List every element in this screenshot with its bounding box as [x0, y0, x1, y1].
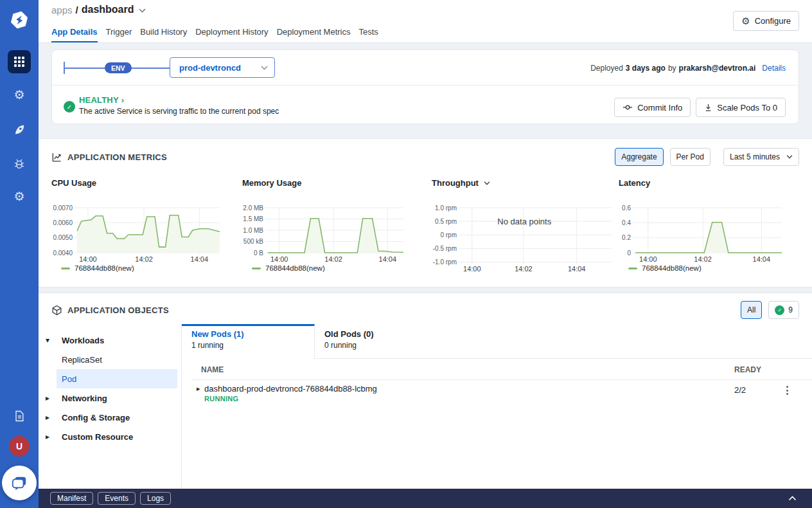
sidebar: ⚙ ⚙ U — [0, 0, 39, 508]
chevron-down-icon[interactable] — [484, 181, 490, 185]
svg-text:0.4: 0.4 — [622, 219, 631, 226]
commit-info-button[interactable]: Commit Info — [614, 98, 691, 117]
chart-legend: 768844db88(new) — [252, 264, 325, 272]
aggregate-button[interactable]: Aggregate — [615, 148, 663, 166]
breadcrumb-separator: / — [76, 5, 78, 15]
svg-text:0 B: 0 B — [254, 249, 263, 257]
application-objects-panel: APPLICATION OBJECTS All ✓ 9 ▾ Workloads … — [39, 293, 812, 489]
breadcrumb[interactable]: apps / dashboard — [51, 4, 146, 15]
rocket-icon[interactable] — [0, 123, 39, 140]
tree-item-pod[interactable]: Pod — [57, 369, 177, 388]
manifest-button[interactable]: Manifest — [50, 492, 93, 505]
deployed-label: Deployed — [590, 64, 623, 73]
caret-right-icon[interactable]: ▸ — [46, 394, 54, 403]
settings-gear-icon[interactable]: ⚙ — [0, 190, 39, 203]
environment-value: prod-devtroncd — [179, 63, 241, 73]
user-initial: U — [16, 441, 22, 451]
tab-tests[interactable]: Tests — [359, 27, 378, 42]
healthy-check-icon: ✓ — [64, 101, 75, 113]
documentation-icon[interactable] — [0, 410, 39, 425]
tab-deployment-metrics[interactable]: Deployment Metrics — [277, 27, 351, 42]
env-badge: ENV — [105, 62, 132, 73]
health-status[interactable]: HEALTHY› — [79, 95, 279, 105]
tree-item-custom-resource[interactable]: ▸ Custom Resource — [39, 427, 181, 446]
svg-text:14:02: 14:02 — [135, 255, 153, 263]
svg-text:14:04: 14:04 — [379, 255, 397, 263]
expand-caret-icon[interactable]: ▸ — [197, 385, 200, 393]
tab-deployment-history[interactable]: Deployment History — [195, 27, 268, 42]
healthy-count: 9 — [788, 305, 793, 314]
tab-new-pods[interactable]: New Pods (1) 1 running — [182, 324, 315, 359]
logs-button[interactable]: Logs — [140, 492, 171, 505]
tab-trigger[interactable]: Trigger — [106, 27, 132, 42]
column-name: NAME — [201, 365, 224, 374]
tree-item-networking[interactable]: ▸ Networking — [39, 388, 181, 408]
svg-text:14:00: 14:00 — [79, 255, 97, 263]
scale-pods-button[interactable]: Scale Pods To 0 — [696, 98, 786, 117]
time-range-value: Last 5 minutes — [730, 152, 780, 161]
configure-button[interactable]: ⚙ Configure — [733, 11, 799, 31]
events-button[interactable]: Events — [98, 492, 136, 505]
chat-widget-button[interactable] — [2, 466, 37, 500]
deployment-meta: Deployed 3 days ago by prakarsh@devtron.… — [590, 50, 786, 86]
cube-icon — [51, 305, 62, 316]
pods-table-header: NAME READY — [191, 359, 812, 380]
svg-text:1.0 MB: 1.0 MB — [243, 227, 263, 234]
svg-text:0.0060: 0.0060 — [53, 219, 73, 226]
tree-item-workloads[interactable]: ▾ Workloads — [39, 331, 181, 350]
time-range-select[interactable]: Last 5 minutes — [723, 148, 799, 166]
caret-right-icon[interactable]: ▸ — [46, 432, 54, 441]
chart-plot: 0.60.40.2014:0014:0214:04 — [619, 202, 786, 266]
svg-text:0.2: 0.2 — [622, 234, 631, 241]
kebab-menu-icon[interactable] — [784, 384, 790, 397]
svg-text:1.0 rpm: 1.0 rpm — [435, 204, 457, 212]
environment-row: ENV prod-devtroncd Deployed 3 days ago b… — [52, 50, 799, 86]
chevron-down-icon[interactable] — [139, 8, 146, 13]
chat-icon — [11, 475, 28, 491]
tree-item-config-storage[interactable]: ▸ Config & Storage — [39, 408, 181, 427]
deployment-status-card: ENV prod-devtroncd Deployed 3 days ago b… — [51, 50, 799, 124]
svg-text:14:00: 14:00 — [463, 265, 481, 273]
chevron-down-icon — [261, 66, 268, 70]
svg-text:0.6: 0.6 — [622, 204, 631, 212]
tab-app-details[interactable]: App Details — [51, 27, 98, 42]
chart-plot: 1.0 rpm0.5 rpm0 rpm-0.5 rpm-1.0 rpm14:00… — [432, 202, 615, 275]
filter-all-button[interactable]: All — [741, 301, 762, 319]
environment-select[interactable]: prod-devtroncd — [170, 57, 275, 78]
global-config-gear-icon[interactable]: ⚙ — [0, 89, 39, 102]
tab-build-history[interactable]: Build History — [140, 27, 187, 42]
per-pod-button[interactable]: Per Pod — [670, 148, 710, 166]
health-status-message: The active Service is serving traffic to… — [79, 107, 279, 116]
bug-icon[interactable] — [0, 157, 39, 174]
chart-plot: 2.0 MB1.5 MB1.0 MB500 kB0 B14:0014:0214:… — [242, 202, 407, 266]
scale-down-icon — [704, 104, 712, 112]
svg-text:14:02: 14:02 — [694, 255, 712, 263]
details-link[interactable]: Details — [762, 64, 786, 73]
applications-nav-icon[interactable] — [8, 50, 31, 73]
svg-text:14:02: 14:02 — [515, 265, 533, 273]
bottom-bar: Manifest Events Logs — [39, 489, 812, 508]
application-metrics-panel: APPLICATION METRICS Aggregate Per Pod La… — [39, 138, 812, 287]
devtron-logo-icon[interactable] — [10, 10, 29, 32]
tree-item-replicaset[interactable]: ReplicaSet — [39, 350, 181, 369]
caret-down-icon[interactable]: ▾ — [46, 336, 54, 345]
svg-text:-0.5 rpm: -0.5 rpm — [433, 245, 457, 252]
pods-tabs: New Pods (1) 1 running Old Pods (0) 0 ru… — [182, 324, 812, 359]
pod-ready: 2/2 — [734, 385, 746, 395]
tab-old-pods[interactable]: Old Pods (0) 0 running — [315, 324, 448, 358]
breadcrumb-apps[interactable]: apps — [51, 5, 73, 15]
deployed-by: prakarsh@devtron.ai — [679, 64, 756, 73]
pod-table-row[interactable]: ▸ dashboard-prod-devtroncd-768844db88-lc… — [182, 380, 812, 410]
caret-right-icon[interactable]: ▸ — [46, 413, 54, 422]
app-tabs: App Details Trigger Build History Deploy… — [51, 27, 378, 42]
user-avatar[interactable]: U — [9, 436, 30, 457]
pods-pane: New Pods (1) 1 running Old Pods (0) 0 ru… — [182, 324, 812, 489]
svg-text:0 rpm: 0 rpm — [440, 231, 457, 239]
svg-text:14:04: 14:04 — [568, 265, 586, 273]
chevron-down-icon — [786, 155, 793, 159]
expand-bottom-bar-icon[interactable] — [788, 496, 797, 501]
healthy-count-button[interactable]: ✓ 9 — [768, 301, 799, 319]
chevron-right-icon: › — [121, 95, 125, 105]
svg-text:2.0 MB: 2.0 MB — [243, 204, 263, 212]
svg-text:14:00: 14:00 — [639, 255, 657, 263]
